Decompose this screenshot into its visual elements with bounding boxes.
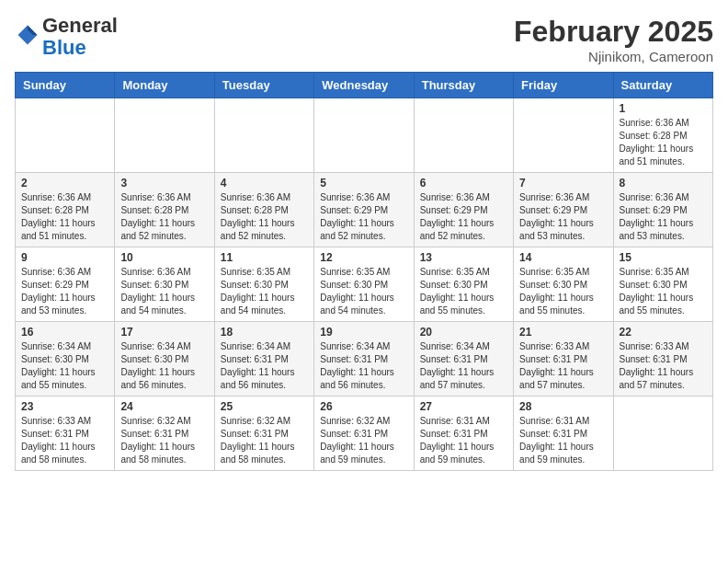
calendar-week-row: 16Sunrise: 6:34 AM Sunset: 6:30 PM Dayli…	[16, 322, 713, 396]
calendar-cell: 19Sunrise: 6:34 AM Sunset: 6:31 PM Dayli…	[314, 322, 414, 396]
day-info: Sunrise: 6:34 AM Sunset: 6:31 PM Dayligh…	[221, 340, 308, 392]
weekday-header: Tuesday	[214, 73, 313, 98]
calendar-cell: 8Sunrise: 6:36 AM Sunset: 6:29 PM Daylig…	[613, 173, 712, 247]
calendar-cell: 25Sunrise: 6:32 AM Sunset: 6:31 PM Dayli…	[214, 396, 313, 471]
day-info: Sunrise: 6:36 AM Sunset: 6:28 PM Dayligh…	[221, 191, 308, 243]
day-number: 16	[21, 326, 108, 339]
day-info: Sunrise: 6:36 AM Sunset: 6:29 PM Dayligh…	[620, 191, 707, 243]
calendar-cell: 4Sunrise: 6:36 AM Sunset: 6:28 PM Daylig…	[214, 173, 313, 247]
logo-general-text: General	[42, 14, 118, 37]
calendar-week-row: 23Sunrise: 6:33 AM Sunset: 6:31 PM Dayli…	[16, 396, 713, 471]
day-number: 2	[21, 177, 108, 190]
calendar-cell: 18Sunrise: 6:34 AM Sunset: 6:31 PM Dayli…	[214, 322, 313, 396]
calendar-cell: 1Sunrise: 6:36 AM Sunset: 6:28 PM Daylig…	[613, 98, 712, 173]
day-info: Sunrise: 6:32 AM Sunset: 6:31 PM Dayligh…	[120, 415, 208, 466]
day-number: 12	[320, 251, 407, 264]
calendar-table: SundayMondayTuesdayWednesdayThursdayFrid…	[15, 72, 713, 471]
calendar-cell: 17Sunrise: 6:34 AM Sunset: 6:30 PM Dayli…	[115, 322, 214, 396]
month-year: February 2025	[514, 15, 713, 49]
calendar-cell: 2Sunrise: 6:36 AM Sunset: 6:28 PM Daylig…	[16, 173, 115, 247]
calendar-cell: 3Sunrise: 6:36 AM Sunset: 6:28 PM Daylig…	[115, 173, 214, 247]
day-info: Sunrise: 6:33 AM Sunset: 6:31 PM Dayligh…	[21, 415, 108, 466]
day-info: Sunrise: 6:36 AM Sunset: 6:29 PM Dayligh…	[519, 191, 607, 243]
day-number: 25	[221, 400, 308, 413]
weekday-header: Wednesday	[314, 73, 414, 98]
day-info: Sunrise: 6:36 AM Sunset: 6:28 PM Dayligh…	[620, 117, 707, 168]
day-info: Sunrise: 6:36 AM Sunset: 6:30 PM Dayligh…	[120, 266, 208, 317]
calendar-cell: 26Sunrise: 6:32 AM Sunset: 6:31 PM Dayli…	[314, 396, 414, 471]
weekday-header: Saturday	[613, 73, 712, 98]
calendar-cell	[613, 396, 712, 471]
day-info: Sunrise: 6:34 AM Sunset: 6:30 PM Dayligh…	[21, 340, 108, 392]
logo-blue-text: Blue	[42, 36, 86, 59]
calendar-cell: 7Sunrise: 6:36 AM Sunset: 6:29 PM Daylig…	[514, 173, 613, 247]
day-info: Sunrise: 6:33 AM Sunset: 6:31 PM Dayligh…	[620, 340, 707, 392]
day-number: 14	[519, 251, 607, 264]
calendar-cell: 14Sunrise: 6:35 AM Sunset: 6:30 PM Dayli…	[514, 247, 613, 322]
day-number: 5	[320, 177, 407, 190]
calendar-week-row: 2Sunrise: 6:36 AM Sunset: 6:28 PM Daylig…	[16, 173, 713, 247]
day-info: Sunrise: 6:32 AM Sunset: 6:31 PM Dayligh…	[221, 415, 308, 466]
day-number: 4	[221, 177, 308, 190]
day-number: 9	[21, 251, 108, 264]
day-number: 15	[620, 251, 707, 264]
day-number: 13	[420, 251, 507, 264]
calendar-cell: 5Sunrise: 6:36 AM Sunset: 6:29 PM Daylig…	[314, 173, 414, 247]
day-info: Sunrise: 6:35 AM Sunset: 6:30 PM Dayligh…	[221, 266, 308, 317]
day-info: Sunrise: 6:35 AM Sunset: 6:30 PM Dayligh…	[420, 266, 507, 317]
calendar-header: SundayMondayTuesdayWednesdayThursdayFrid…	[16, 73, 713, 98]
calendar-week-row: 1Sunrise: 6:36 AM Sunset: 6:28 PM Daylig…	[16, 98, 713, 173]
day-info: Sunrise: 6:36 AM Sunset: 6:28 PM Dayligh…	[120, 191, 208, 243]
day-info: Sunrise: 6:34 AM Sunset: 6:30 PM Dayligh…	[120, 340, 208, 392]
weekday-header: Monday	[115, 73, 214, 98]
logo-icon	[15, 22, 40, 48]
day-number: 10	[120, 251, 208, 264]
day-number: 17	[120, 326, 208, 339]
calendar-cell	[414, 98, 513, 173]
day-info: Sunrise: 6:35 AM Sunset: 6:30 PM Dayligh…	[519, 266, 607, 317]
calendar-cell: 27Sunrise: 6:31 AM Sunset: 6:31 PM Dayli…	[414, 396, 513, 471]
calendar-cell: 22Sunrise: 6:33 AM Sunset: 6:31 PM Dayli…	[613, 322, 712, 396]
calendar-cell	[514, 98, 613, 173]
day-number: 22	[620, 326, 707, 339]
calendar-cell: 21Sunrise: 6:33 AM Sunset: 6:31 PM Dayli…	[514, 322, 613, 396]
calendar-body: 1Sunrise: 6:36 AM Sunset: 6:28 PM Daylig…	[16, 98, 713, 471]
calendar-cell	[115, 98, 214, 173]
day-number: 1	[620, 102, 707, 115]
calendar-cell: 20Sunrise: 6:34 AM Sunset: 6:31 PM Dayli…	[414, 322, 513, 396]
day-info: Sunrise: 6:34 AM Sunset: 6:31 PM Dayligh…	[320, 340, 407, 392]
weekday-header: Thursday	[414, 73, 513, 98]
logo: General Blue	[15, 15, 118, 59]
day-info: Sunrise: 6:32 AM Sunset: 6:31 PM Dayligh…	[320, 415, 407, 466]
day-number: 6	[420, 177, 507, 190]
day-number: 19	[320, 326, 407, 339]
day-info: Sunrise: 6:35 AM Sunset: 6:30 PM Dayligh…	[620, 266, 707, 317]
calendar-cell	[214, 98, 313, 173]
day-number: 18	[221, 326, 308, 339]
calendar-cell: 16Sunrise: 6:34 AM Sunset: 6:30 PM Dayli…	[16, 322, 115, 396]
day-number: 27	[420, 400, 507, 413]
day-number: 7	[519, 177, 607, 190]
weekday-header: Friday	[514, 73, 613, 98]
title-block: February 2025 Njinikom, Cameroon	[514, 15, 713, 64]
day-info: Sunrise: 6:31 AM Sunset: 6:31 PM Dayligh…	[420, 415, 507, 466]
day-info: Sunrise: 6:36 AM Sunset: 6:29 PM Dayligh…	[320, 191, 407, 243]
page-header: General Blue February 2025 Njinikom, Cam…	[15, 15, 713, 64]
day-info: Sunrise: 6:34 AM Sunset: 6:31 PM Dayligh…	[420, 340, 507, 392]
weekday-row: SundayMondayTuesdayWednesdayThursdayFrid…	[16, 73, 713, 98]
day-info: Sunrise: 6:31 AM Sunset: 6:31 PM Dayligh…	[519, 415, 607, 466]
calendar-cell: 28Sunrise: 6:31 AM Sunset: 6:31 PM Dayli…	[514, 396, 613, 471]
day-info: Sunrise: 6:33 AM Sunset: 6:31 PM Dayligh…	[519, 340, 607, 392]
calendar-cell	[314, 98, 414, 173]
calendar-week-row: 9Sunrise: 6:36 AM Sunset: 6:29 PM Daylig…	[16, 247, 713, 322]
day-info: Sunrise: 6:36 AM Sunset: 6:29 PM Dayligh…	[420, 191, 507, 243]
day-info: Sunrise: 6:36 AM Sunset: 6:28 PM Dayligh…	[21, 191, 108, 243]
calendar-cell: 23Sunrise: 6:33 AM Sunset: 6:31 PM Dayli…	[16, 396, 115, 471]
calendar-cell: 15Sunrise: 6:35 AM Sunset: 6:30 PM Dayli…	[613, 247, 712, 322]
calendar-cell: 12Sunrise: 6:35 AM Sunset: 6:30 PM Dayli…	[314, 247, 414, 322]
weekday-header: Sunday	[16, 73, 115, 98]
day-info: Sunrise: 6:36 AM Sunset: 6:29 PM Dayligh…	[21, 266, 108, 317]
calendar-cell: 11Sunrise: 6:35 AM Sunset: 6:30 PM Dayli…	[214, 247, 313, 322]
day-number: 3	[120, 177, 208, 190]
location: Njinikom, Cameroon	[514, 49, 713, 64]
